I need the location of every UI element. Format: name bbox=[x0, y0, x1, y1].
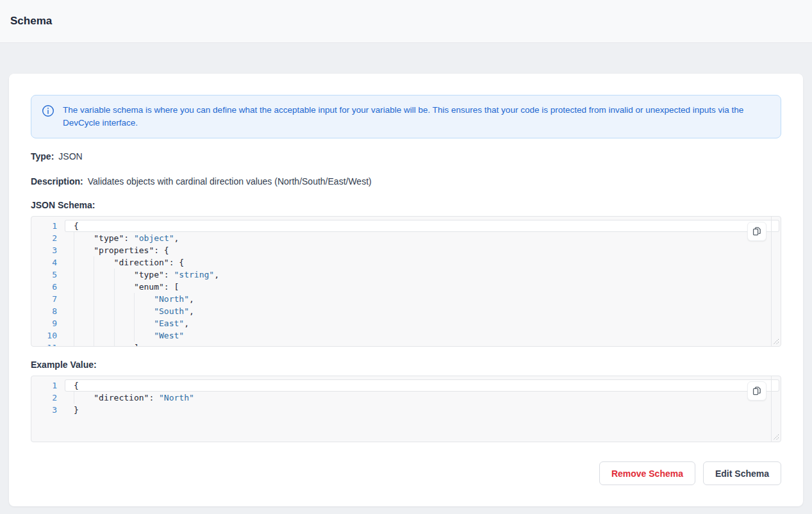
line-number: 11 bbox=[31, 342, 57, 347]
line-number: 4 bbox=[31, 256, 57, 269]
line-number: 7 bbox=[31, 293, 57, 305]
code-text[interactable]: "North", bbox=[65, 293, 779, 305]
copy-button[interactable] bbox=[747, 381, 766, 401]
scrollbar-divider bbox=[771, 217, 772, 346]
code-line: 7"North", bbox=[31, 293, 781, 305]
code-line: 2"type": "object", bbox=[31, 232, 781, 244]
resize-grip-icon bbox=[773, 338, 779, 345]
line-number: 2 bbox=[31, 232, 57, 244]
code-line: 6"enum": [ bbox=[31, 281, 781, 293]
code-text[interactable]: "South", bbox=[65, 305, 779, 317]
copy-icon bbox=[752, 386, 762, 396]
code-text[interactable]: "type": "object", bbox=[65, 232, 779, 244]
example-value-label: Example Value: bbox=[31, 360, 781, 370]
info-alert-text: The variable schema is where you can def… bbox=[63, 104, 770, 129]
edit-schema-button[interactable]: Edit Schema bbox=[703, 461, 781, 485]
copy-icon bbox=[752, 226, 762, 236]
code-text[interactable]: "direction": { bbox=[65, 256, 779, 269]
copy-button[interactable] bbox=[747, 222, 766, 241]
code-line: 2"direction": "North" bbox=[31, 392, 781, 404]
line-number: 9 bbox=[31, 317, 57, 329]
line-number: 5 bbox=[31, 269, 57, 281]
line-number: 6 bbox=[31, 281, 57, 293]
code-line: 11] bbox=[31, 342, 781, 347]
code-text[interactable]: } bbox=[65, 404, 779, 416]
type-label: Type: bbox=[31, 151, 54, 162]
code-line: 5"type": "string", bbox=[31, 269, 781, 281]
code-text[interactable]: "West" bbox=[65, 329, 779, 342]
page-title: Schema bbox=[10, 15, 52, 28]
code-text[interactable]: "properties": { bbox=[65, 244, 779, 256]
line-number: 3 bbox=[31, 404, 57, 416]
line-number: 1 bbox=[31, 220, 57, 232]
page-header: Schema bbox=[0, 0, 812, 43]
code-line: 3"properties": { bbox=[31, 244, 781, 256]
code-line: 4"direction": { bbox=[31, 256, 781, 269]
code-text[interactable]: "direction": "North" bbox=[65, 392, 779, 404]
info-alert: The variable schema is where you can def… bbox=[31, 95, 781, 138]
description-value: Validates objects with cardinal directio… bbox=[88, 176, 372, 187]
line-number: 3 bbox=[31, 244, 57, 256]
type-field: Type:JSON bbox=[31, 151, 781, 162]
button-row: Remove Schema Edit Schema bbox=[31, 461, 781, 485]
description-field: Description:Validates objects with cardi… bbox=[31, 176, 781, 187]
code-line: 1{ bbox=[31, 379, 781, 392]
code-text[interactable]: { bbox=[65, 379, 779, 392]
code-text[interactable]: ] bbox=[65, 342, 779, 347]
remove-schema-button[interactable]: Remove Schema bbox=[599, 461, 695, 485]
resize-grip-icon bbox=[773, 434, 779, 440]
code-line: 8"South", bbox=[31, 305, 781, 317]
line-number: 1 bbox=[31, 379, 57, 392]
code-text[interactable]: "East", bbox=[65, 317, 779, 329]
code-text[interactable]: "type": "string", bbox=[65, 269, 779, 281]
code-line: 10"West" bbox=[31, 329, 781, 342]
example-value-editor[interactable]: 1{2"direction": "North"3} bbox=[31, 376, 781, 442]
code-text[interactable]: "enum": [ bbox=[65, 281, 779, 293]
info-icon bbox=[42, 104, 54, 117]
resize-handle[interactable] bbox=[772, 337, 779, 345]
code-line: 9"East", bbox=[31, 317, 781, 329]
resize-handle[interactable] bbox=[772, 433, 779, 440]
description-label: Description: bbox=[31, 176, 83, 187]
code-line: 3} bbox=[31, 404, 781, 416]
code-lines: 1{2"type": "object",3"properties": {4"di… bbox=[31, 217, 781, 347]
json-schema-editor[interactable]: 1{2"type": "object",3"properties": {4"di… bbox=[31, 216, 781, 347]
json-schema-label: JSON Schema: bbox=[31, 200, 781, 211]
line-number: 2 bbox=[31, 392, 57, 404]
line-number: 10 bbox=[31, 329, 57, 342]
schema-card: The variable schema is where you can def… bbox=[9, 74, 803, 506]
scrollbar-divider bbox=[771, 376, 772, 442]
code-lines: 1{2"direction": "North"3} bbox=[31, 376, 781, 416]
code-text[interactable]: { bbox=[65, 220, 779, 232]
type-value: JSON bbox=[58, 151, 82, 162]
code-line: 1{ bbox=[31, 220, 781, 232]
line-number: 8 bbox=[31, 305, 57, 317]
